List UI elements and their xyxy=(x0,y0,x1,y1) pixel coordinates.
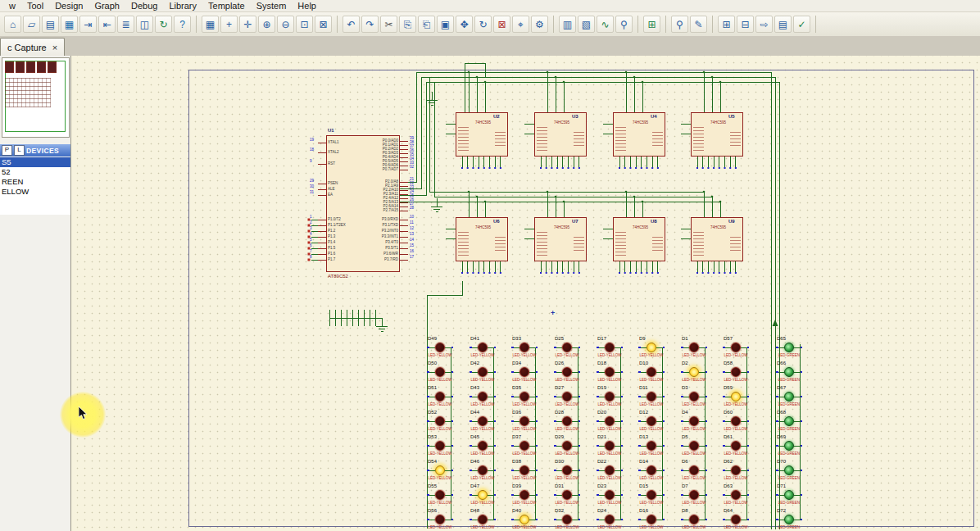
zoom-in-icon[interactable]: ⊕ xyxy=(258,16,275,33)
led-pin-dot xyxy=(776,445,778,447)
mark-output-area-icon[interactable]: ◫ xyxy=(136,16,153,33)
print-icon[interactable]: ≣ xyxy=(117,16,134,33)
block-delete-icon[interactable]: ⊠ xyxy=(493,16,510,33)
led-wire-stub xyxy=(556,470,562,471)
led-ref: D71 xyxy=(777,483,786,488)
mcu-pin-name: P3.6/WR xyxy=(362,252,398,256)
led-pin-dot xyxy=(578,347,581,349)
cut-icon[interactable]: ✂ xyxy=(380,16,397,33)
search-tag-icon[interactable]: ⚲ xyxy=(615,16,633,33)
led-pin-dot xyxy=(621,371,624,374)
home-icon[interactable]: ⌂ xyxy=(4,16,21,33)
mcu-pin xyxy=(400,206,408,207)
zoom-out-icon[interactable]: ⊖ xyxy=(277,16,294,33)
new-root-sheet-icon[interactable]: ⊞ xyxy=(718,16,735,33)
mcu-pin xyxy=(318,225,326,226)
zoom-area-icon[interactable]: ⊡ xyxy=(296,16,313,33)
led-pin-dot xyxy=(470,396,472,398)
false-origin-icon[interactable]: + xyxy=(220,16,238,33)
led-ref: D41 xyxy=(470,336,479,341)
mcu-pin xyxy=(318,254,326,255)
menu-item-design[interactable]: Design xyxy=(49,1,88,11)
property-assignment-icon[interactable]: ✎ xyxy=(690,16,707,33)
menu-item-graph[interactable]: Graph xyxy=(88,1,125,11)
block-move-icon[interactable]: ✥ xyxy=(456,16,473,33)
led-wire-stub xyxy=(471,397,478,397)
led-wire-stub xyxy=(556,347,562,348)
menu-item-template[interactable]: Template xyxy=(202,1,251,11)
pick-device-button[interactable]: P xyxy=(2,145,12,156)
help-icon[interactable]: ? xyxy=(174,16,191,33)
menu-item-system[interactable]: System xyxy=(251,1,293,11)
device-list-item[interactable]: S5 xyxy=(0,157,70,167)
overview-panel[interactable] xyxy=(2,57,70,138)
electrical-rule-check-icon[interactable]: ✓ xyxy=(793,16,810,33)
remove-sheet-icon[interactable]: ⊟ xyxy=(737,16,754,33)
led-pin-dot xyxy=(638,494,641,497)
save-design-icon[interactable]: ▦ xyxy=(61,16,78,33)
import-section-icon[interactable]: ⇥ xyxy=(79,16,97,33)
led-wire-stub xyxy=(471,520,478,520)
led-ref: D30 xyxy=(555,459,564,464)
origin-marker: + xyxy=(551,309,555,317)
menu-item-help[interactable]: Help xyxy=(292,1,322,11)
led-type-label: LED-YELLOW xyxy=(596,525,624,529)
led-type-label: LED-YELLOW xyxy=(426,476,454,480)
led-pin-dot xyxy=(494,420,497,423)
led-wire-stub xyxy=(724,446,731,447)
paste-icon[interactable]: ⎗ xyxy=(418,16,435,33)
new-design-icon[interactable]: ▱ xyxy=(23,16,40,33)
make-device-icon[interactable]: ⚙ xyxy=(531,16,548,33)
export-section-icon[interactable]: ⇤ xyxy=(98,16,116,33)
zoom-all-icon[interactable]: ⊠ xyxy=(315,16,332,33)
exit-to-parent-icon[interactable]: ⇨ xyxy=(755,16,773,33)
design-explorer-icon[interactable]: ⊞ xyxy=(643,16,660,33)
ic-pin-text xyxy=(458,232,469,258)
grid-toggle-icon[interactable]: ▦ xyxy=(202,16,219,33)
led-pin-dot xyxy=(494,445,497,447)
tab-close-icon[interactable]: × xyxy=(52,43,57,52)
led-pin-dot xyxy=(536,519,538,521)
undo-icon[interactable]: ↶ xyxy=(343,16,360,33)
mcu-pin xyxy=(318,248,326,249)
led-type-label: LED-YELLOW xyxy=(680,452,708,456)
menu-item-tool[interactable]: Tool xyxy=(21,1,49,11)
shift-register-ref: U3 xyxy=(572,114,578,119)
library-button[interactable]: L xyxy=(14,145,25,156)
decompose-icon[interactable]: ▧ xyxy=(578,16,595,33)
shift-register-ref: U2 xyxy=(493,114,500,119)
pick-parts-icon[interactable]: ⌖ xyxy=(512,16,529,33)
led-ref: D11 xyxy=(639,385,648,390)
block-rotate-icon[interactable]: ↻ xyxy=(474,16,492,33)
redo-icon[interactable]: ↷ xyxy=(361,16,379,33)
device-list-item[interactable]: 52 xyxy=(0,167,70,177)
find-component-icon[interactable]: ⚲ xyxy=(671,16,688,33)
open-design-icon[interactable]: ▤ xyxy=(42,16,59,33)
refresh-icon[interactable]: ↻ xyxy=(155,16,172,33)
led-ref: D50 xyxy=(428,361,437,365)
wire-autorouter-icon[interactable]: ∿ xyxy=(597,16,614,33)
center-at-cursor-icon[interactable]: ✛ xyxy=(239,16,256,33)
mcu-pin xyxy=(400,145,408,146)
led-wire-stub xyxy=(598,446,605,447)
device-list-item[interactable]: REEN xyxy=(0,177,70,187)
ic-pin-text xyxy=(495,132,506,147)
block-copy-icon[interactable]: ▣ xyxy=(437,16,454,33)
packaging-tool-icon[interactable]: ▥ xyxy=(559,16,576,33)
mcu-ref: U1 xyxy=(328,128,334,133)
tab-schematic-capture[interactable]: c Capture × xyxy=(0,38,65,56)
yellow-led-icon xyxy=(519,392,529,402)
device-list-item[interactable]: ELLOW xyxy=(0,187,70,197)
led-type-label: LED-YELLOW xyxy=(680,402,708,406)
menu-item-library[interactable]: Library xyxy=(163,1,202,11)
menu-item-debug[interactable]: Debug xyxy=(125,1,163,11)
menu-item-w[interactable]: w xyxy=(3,1,21,11)
copy-icon[interactable]: ⎘ xyxy=(399,16,416,33)
led-type-label: LED-YELLOW xyxy=(469,525,497,529)
bill-of-materials-icon[interactable]: ▤ xyxy=(774,16,792,33)
yellow-led-icon xyxy=(562,392,572,402)
schematic-canvas[interactable]: U1AT89C52XTAL119XTAL218RST9PSEN29ALE30EA… xyxy=(71,56,980,531)
led-type-label: LED-YELLOW xyxy=(637,501,665,505)
led-pin-dot xyxy=(427,371,429,374)
mcu-pin-name: P1.1/T2EX xyxy=(328,223,346,227)
